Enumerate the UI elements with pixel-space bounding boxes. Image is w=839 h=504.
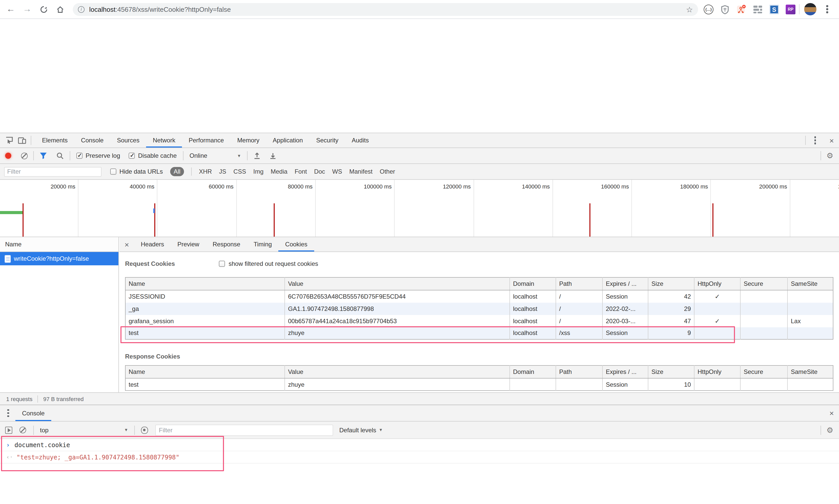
devtools-tab-network[interactable]: Network (146, 133, 182, 147)
filter-type-font[interactable]: Font (295, 168, 307, 175)
drawer-menu-icon[interactable] (4, 408, 12, 419)
network-settings-gear-icon[interactable]: ⚙ (826, 151, 833, 160)
rp-extension-icon[interactable]: RP (786, 5, 796, 14)
requests-name-column-header[interactable]: Name (0, 237, 118, 252)
column-header-httponly[interactable]: HttpOnly (694, 365, 740, 378)
home-icon[interactable] (54, 4, 66, 15)
filter-type-media[interactable]: Media (270, 168, 287, 175)
address-bar[interactable]: i localhost:45678/xss/writeCookie?httpOn… (73, 3, 698, 16)
filter-type-img[interactable]: Img (253, 168, 263, 175)
detail-tab-headers[interactable]: Headers (134, 237, 171, 251)
devtools-tab-sources[interactable]: Sources (110, 133, 146, 147)
braces-extension-icon[interactable]: {…} (704, 5, 713, 14)
console-command-line[interactable]: › document.cookie (0, 439, 839, 451)
grid-extension-icon[interactable] (753, 5, 763, 14)
sitemap-extension-icon[interactable] (736, 5, 746, 14)
devtools-close-icon[interactable]: × (824, 136, 839, 145)
show-filtered-checkbox[interactable] (219, 261, 225, 267)
devtools-tab-console[interactable]: Console (74, 133, 110, 147)
column-header-path[interactable]: Path (556, 365, 602, 378)
devtools-tab-elements[interactable]: Elements (35, 133, 74, 147)
column-header-secure[interactable]: Secure (740, 365, 787, 378)
column-header-size[interactable]: Size (648, 365, 694, 378)
page-info-icon[interactable]: i (78, 6, 85, 13)
import-har-icon[interactable] (254, 152, 261, 159)
reload-icon[interactable] (38, 4, 49, 15)
column-header-name[interactable]: Name (125, 365, 285, 378)
network-filter-input[interactable] (4, 167, 102, 177)
search-icon[interactable] (56, 152, 64, 159)
filter-type-manifest[interactable]: Manifest (349, 168, 372, 175)
devtools-menu-icon[interactable] (811, 135, 819, 146)
column-header-samesite[interactable]: SameSite (787, 365, 833, 378)
request-cookie-row-test[interactable]: testzhuyelocalhost/xssSession9 (125, 327, 833, 339)
throttling-caret-icon[interactable]: ▼ (237, 154, 241, 158)
devtools-tab-application[interactable]: Application (266, 133, 309, 147)
column-header-secure[interactable]: Secure (740, 277, 787, 290)
console-result-line[interactable]: ‹· "test=zhuye; _ga=GA1.1.907472498.1580… (0, 451, 839, 464)
detail-close-icon[interactable]: × (119, 240, 134, 249)
filter-type-doc[interactable]: Doc (314, 168, 325, 175)
device-toolbar-icon[interactable] (18, 136, 26, 144)
record-icon[interactable] (5, 152, 11, 159)
detail-tab-response[interactable]: Response (206, 237, 247, 251)
s-extension-icon[interactable]: S (769, 5, 779, 14)
column-header-domain[interactable]: Domain (510, 365, 556, 378)
devtools-tab-performance[interactable]: Performance (182, 133, 230, 147)
profile-avatar[interactable] (804, 3, 817, 15)
column-header-expires[interactable]: Expires / ... (602, 277, 648, 290)
filter-funnel-icon[interactable] (39, 152, 47, 159)
back-icon[interactable]: ← (5, 4, 16, 15)
detail-tab-cookies[interactable]: Cookies (279, 237, 314, 251)
devtools-tab-audits[interactable]: Audits (345, 133, 375, 147)
inspect-element-icon[interactable] (5, 136, 13, 144)
column-header-samesite[interactable]: SameSite (787, 277, 833, 290)
column-header-expires[interactable]: Expires / ... (602, 365, 648, 378)
throttling-select[interactable]: Online (190, 152, 207, 159)
request-cookie-row-_ga[interactable]: _gaGA1.1.907472498.1580877998localhost/2… (125, 303, 833, 315)
request-cookie-row-grafana_session[interactable]: grafana_session00b65787a441a24ca18c915b9… (125, 315, 833, 327)
console-close-icon[interactable]: × (824, 409, 839, 417)
column-header-value[interactable]: Value (285, 365, 510, 378)
export-har-icon[interactable] (270, 152, 277, 159)
console-settings-gear-icon[interactable]: ⚙ (826, 426, 833, 435)
cell-httponly (694, 303, 740, 315)
execution-context-select[interactable]: top▼ (40, 427, 128, 434)
request-row-selected[interactable]: writeCookie?httpOnly=false (0, 252, 118, 265)
column-header-httponly[interactable]: HttpOnly (694, 277, 740, 290)
column-header-domain[interactable]: Domain (510, 277, 556, 290)
request-cookies-table: NameValueDomainPathExpires / ...SizeHttp… (125, 277, 833, 340)
filter-type-other[interactable]: Other (380, 168, 395, 175)
filter-type-css[interactable]: CSS (233, 168, 246, 175)
devtools-tab-memory[interactable]: Memory (231, 133, 266, 147)
devtools-tab-security[interactable]: Security (310, 133, 345, 147)
detail-tab-timing[interactable]: Timing (247, 237, 279, 251)
bookmark-star-icon[interactable]: ☆ (686, 5, 693, 14)
column-header-size[interactable]: Size (648, 277, 694, 290)
column-header-path[interactable]: Path (556, 277, 602, 290)
filter-type-xhr[interactable]: XHR (199, 168, 212, 175)
preserve-log-checkbox[interactable] (76, 152, 83, 159)
log-levels-select[interactable]: Default levels▼ (339, 427, 383, 434)
detail-tab-preview[interactable]: Preview (171, 237, 206, 251)
browser-menu-icon[interactable] (823, 4, 831, 15)
column-header-name[interactable]: Name (125, 277, 285, 290)
response-cookie-row-test[interactable]: testzhuyeSession10 (125, 378, 833, 391)
hide-data-urls-checkbox[interactable] (110, 168, 116, 175)
live-expression-eye-icon[interactable] (141, 427, 148, 434)
disable-cache-label: Disable cache (138, 152, 177, 159)
console-filter-input[interactable] (155, 424, 333, 436)
request-cookie-row-JSESSIONID[interactable]: JSESSIONID6C7076B2653A48CB55576D75F9E5CD… (125, 290, 833, 303)
forward-icon[interactable]: → (21, 4, 33, 15)
clear-icon[interactable] (21, 152, 28, 159)
disable-cache-checkbox[interactable] (129, 152, 135, 159)
filter-type-all[interactable]: All (170, 167, 184, 176)
network-overview-timeline[interactable]: 20000 ms40000 ms60000 ms80000 ms100000 m… (0, 180, 839, 237)
shield-extension-icon[interactable] (720, 5, 730, 14)
console-sidebar-toggle-icon[interactable] (5, 427, 12, 434)
console-clear-icon[interactable] (19, 427, 26, 433)
tab-console[interactable]: Console (15, 405, 51, 421)
filter-type-js[interactable]: JS (219, 168, 226, 175)
column-header-value[interactable]: Value (285, 277, 510, 290)
filter-type-ws[interactable]: WS (332, 168, 342, 175)
